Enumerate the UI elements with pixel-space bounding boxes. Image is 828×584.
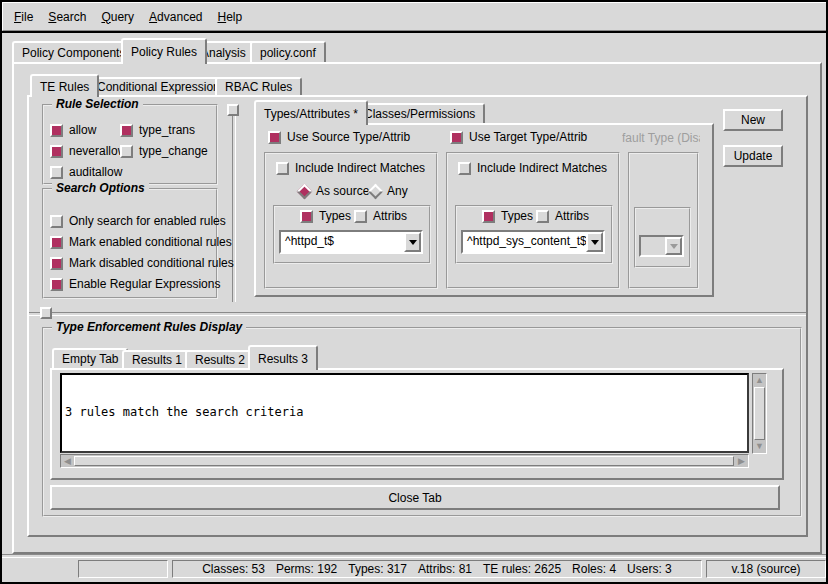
source-type-combo[interactable]: ^httpd_t$ bbox=[279, 230, 423, 254]
checkbox-label: Include Indirect Matches bbox=[295, 161, 425, 175]
button-label: Update bbox=[734, 149, 773, 163]
results-hscrollbar[interactable]: ◀ ▶ bbox=[60, 454, 749, 468]
checkbox-target-indirect[interactable]: Include Indirect Matches bbox=[458, 161, 607, 175]
checkbox-indicator bbox=[50, 145, 63, 158]
target-type-combo[interactable]: ^httpd_sys_content_t$ bbox=[461, 230, 605, 254]
checkbox-indicator bbox=[120, 124, 133, 137]
menu-search[interactable]: Search bbox=[48, 10, 86, 24]
tab-label: policy.conf bbox=[260, 46, 316, 60]
results-summary: 3 rules match the search criteria bbox=[65, 405, 744, 419]
radio-label: As source bbox=[316, 184, 369, 198]
vscroll-thumb[interactable] bbox=[754, 387, 765, 440]
app-window: FileSearchQueryAdvancedHelp Policy Compo… bbox=[0, 0, 828, 584]
vertical-sash-handle[interactable] bbox=[227, 104, 239, 116]
new-button[interactable]: New bbox=[723, 109, 783, 131]
checkbox-source-indirect[interactable]: Include Indirect Matches bbox=[276, 161, 425, 175]
checkbox-label: Mark enabled conditional rules bbox=[69, 235, 232, 249]
checkbox-regex[interactable]: Enable Regular Expressions bbox=[50, 277, 220, 291]
tab-label: Results 1 bbox=[132, 353, 182, 367]
tab-label: RBAC Rules bbox=[225, 80, 292, 94]
status-stats-box: Classes: 53Perms: 192Types: 317Attribs: … bbox=[172, 560, 702, 578]
tab-results-3[interactable]: Results 3 bbox=[248, 345, 318, 370]
checkbox-indicator bbox=[300, 210, 313, 223]
radio-any[interactable]: Any bbox=[370, 184, 408, 198]
close-tab-button[interactable]: Close Tab bbox=[50, 485, 780, 510]
status-stat: TE rules: 2625 bbox=[483, 562, 561, 576]
checkbox-label: allow bbox=[69, 123, 96, 137]
checkbox-mark-disabled[interactable]: Mark disabled conditional rules bbox=[50, 256, 234, 270]
policy-version-label: v.18 (source) bbox=[731, 562, 800, 576]
scroll-right-icon[interactable]: ▶ bbox=[735, 455, 748, 467]
dropdown-arrow-icon[interactable] bbox=[404, 232, 421, 252]
tab-policy-rules[interactable]: Policy Rules bbox=[121, 38, 207, 64]
checkbox-use-source[interactable]: Use Source Type/Attrib bbox=[268, 130, 410, 144]
tab-conditional-expressions[interactable]: Conditional Expressions bbox=[87, 77, 236, 95]
scroll-down-icon[interactable]: ▼ bbox=[753, 440, 766, 453]
tab-results-1[interactable]: Results 1 bbox=[122, 350, 192, 368]
statusbar-separator bbox=[2, 554, 826, 558]
tab-label: Policy Components bbox=[22, 46, 125, 60]
tab-label: Analysis bbox=[201, 46, 246, 60]
menu-file[interactable]: File bbox=[14, 10, 33, 24]
hscroll-thumb[interactable] bbox=[74, 456, 734, 466]
checkbox-allow[interactable]: allow bbox=[50, 123, 96, 137]
checkbox-label: Attribs bbox=[555, 209, 589, 223]
checkbox-source-attribs[interactable]: Attribs bbox=[354, 209, 407, 223]
checkbox-type-trans[interactable]: type_trans bbox=[120, 123, 195, 137]
tab-label: Conditional Expressions bbox=[97, 80, 226, 94]
button-label: New bbox=[741, 113, 765, 127]
tab-results-2[interactable]: Results 2 bbox=[185, 350, 255, 368]
scroll-left-icon[interactable]: ◀ bbox=[61, 455, 74, 467]
results-text-area[interactable]: 3 rules match the search criteria (5822)… bbox=[60, 373, 749, 453]
checkbox-target-types[interactable]: Types bbox=[482, 209, 533, 223]
status-stat: Perms: 192 bbox=[276, 562, 337, 576]
tab-policy-components[interactable]: Policy Components bbox=[12, 41, 135, 62]
menu-advanced[interactable]: Advanced bbox=[149, 10, 202, 24]
default-type-combo bbox=[639, 235, 684, 257]
checkbox-target-attribs[interactable]: Attribs bbox=[536, 209, 589, 223]
tab-rbac-rules[interactable]: RBAC Rules bbox=[215, 77, 302, 95]
scroll-up-icon[interactable]: ▲ bbox=[753, 374, 766, 387]
checkbox-indicator bbox=[50, 215, 63, 228]
tab-label: TE Rules bbox=[40, 80, 89, 94]
menu-query[interactable]: Query bbox=[101, 10, 134, 24]
combo-value bbox=[641, 237, 665, 255]
radio-as-source[interactable]: As source bbox=[299, 184, 369, 198]
checkbox-label: Include Indirect Matches bbox=[477, 161, 607, 175]
checkbox-type-change[interactable]: type_change bbox=[120, 144, 208, 158]
radio-label: Any bbox=[387, 184, 408, 198]
tab-types-attributes[interactable]: Types/Attributes * bbox=[254, 100, 368, 125]
search-options-title: Search Options bbox=[52, 181, 149, 195]
checkbox-auditallow[interactable]: auditallow bbox=[50, 165, 122, 179]
menu-help[interactable]: Help bbox=[217, 10, 242, 24]
checkbox-indicator bbox=[450, 131, 463, 144]
status-version-box: v.18 (source) bbox=[706, 560, 826, 578]
tab-empty-tab[interactable]: Empty Tab bbox=[52, 348, 128, 368]
results-vscrollbar[interactable]: ▲ ▼ bbox=[752, 373, 767, 454]
horizontal-sash-handle[interactable] bbox=[40, 307, 52, 319]
results-display-title: Type Enforcement Rules Display bbox=[52, 320, 246, 334]
checkbox-use-target[interactable]: Use Target Type/Attrib bbox=[450, 130, 587, 144]
checkbox-label: neverallow bbox=[69, 144, 126, 158]
checkbox-only-enabled[interactable]: Only search for enabled rules bbox=[50, 214, 226, 228]
dropdown-arrow-icon bbox=[665, 237, 682, 255]
button-label: Close Tab bbox=[388, 491, 441, 505]
checkbox-source-types[interactable]: Types bbox=[300, 209, 351, 223]
tab-label: Policy Rules bbox=[131, 45, 197, 59]
checkbox-label: type_change bbox=[139, 144, 208, 158]
checkbox-indicator bbox=[458, 162, 471, 175]
tab-policy-conf[interactable]: policy.conf bbox=[250, 41, 326, 62]
checkbox-neverallow[interactable]: neverallow bbox=[50, 144, 126, 158]
tab-classes-permissions[interactable]: Classes/Permissions bbox=[354, 103, 485, 123]
checkbox-label: Mark disabled conditional rules bbox=[69, 256, 234, 270]
tab-label: Classes/Permissions bbox=[364, 107, 475, 121]
tab-label: Types/Attributes * bbox=[264, 107, 358, 121]
checkbox-mark-enabled[interactable]: Mark enabled conditional rules bbox=[50, 235, 232, 249]
tab-te-rules[interactable]: TE Rules bbox=[30, 74, 99, 97]
tab-label: Results 3 bbox=[258, 352, 308, 366]
update-button[interactable]: Update bbox=[723, 145, 783, 167]
default-type-label: fault Type (Disa bbox=[622, 131, 700, 145]
checkbox-indicator bbox=[50, 124, 63, 137]
horizontal-sash-line bbox=[29, 312, 806, 316]
dropdown-arrow-icon[interactable] bbox=[586, 232, 603, 252]
